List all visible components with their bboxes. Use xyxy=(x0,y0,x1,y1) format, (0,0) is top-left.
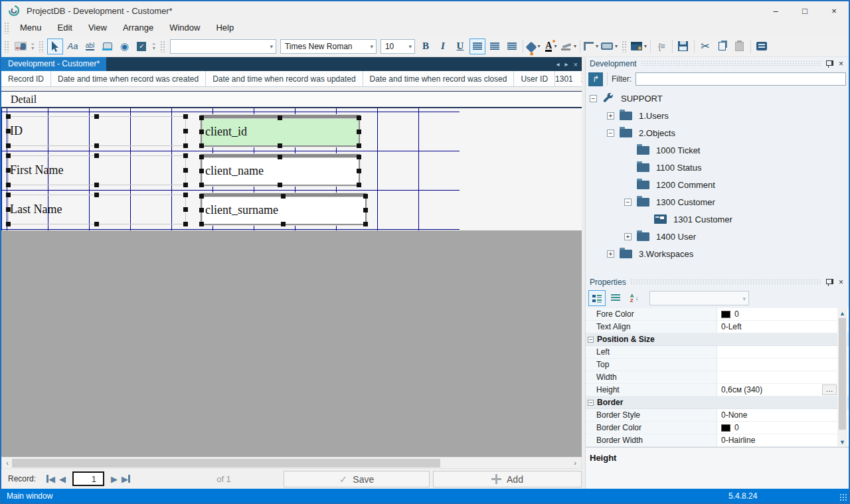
menu-item-help[interactable]: Help xyxy=(208,20,242,36)
tab-scroll-right-icon[interactable]: ▸ xyxy=(565,60,568,68)
cut-button[interactable]: ✂ xyxy=(697,39,713,54)
scroll-left-icon[interactable]: ‹ xyxy=(2,458,13,468)
object-selector-combobox[interactable]: ▾ xyxy=(649,291,749,305)
selection-handle[interactable] xyxy=(183,129,188,133)
form-designer[interactable]: Detail ID client_id First Name client_na… xyxy=(1,87,582,457)
selection-handle[interactable] xyxy=(199,208,204,212)
horizontal-scrollbar-thumb[interactable] xyxy=(12,459,440,467)
selection-handle[interactable] xyxy=(199,143,204,148)
selection-handle[interactable] xyxy=(183,183,188,187)
tab-development-customer[interactable]: Development - Customer* xyxy=(1,57,106,71)
align-left-button[interactable] xyxy=(469,39,485,54)
selection-handle[interactable] xyxy=(357,183,361,187)
selection-handle[interactable] xyxy=(6,168,11,173)
property-row-left[interactable]: Left xyxy=(586,346,849,359)
textbox-tool-button[interactable]: abl xyxy=(82,39,98,54)
tree-item-1400-user[interactable]: + 1400 User xyxy=(586,228,849,245)
selection-handle[interactable] xyxy=(183,153,188,158)
menu-drag-grip[interactable] xyxy=(4,22,9,34)
tab-close-icon[interactable]: × xyxy=(574,60,578,68)
property-row-height[interactable]: Height 0,6см (340) … xyxy=(586,384,849,396)
save-button[interactable] xyxy=(675,39,691,54)
selection-handle[interactable] xyxy=(6,222,11,226)
selection-handle[interactable] xyxy=(199,194,204,199)
selection-handle[interactable] xyxy=(199,222,204,226)
last-record-button[interactable]: ▶ xyxy=(122,474,130,484)
label-tool-button[interactable]: Aa xyxy=(64,39,80,54)
selection-handle[interactable] xyxy=(94,222,99,226)
menu-item-arrange[interactable]: Arrange xyxy=(115,20,161,36)
selection-handle[interactable] xyxy=(6,183,11,187)
menu-item-view[interactable]: View xyxy=(80,20,115,36)
property-row-fore-color[interactable]: Fore Color 0 xyxy=(586,308,849,321)
selection-handle[interactable] xyxy=(183,222,188,226)
property-row-top[interactable]: Top xyxy=(586,359,849,371)
panel-close-icon[interactable]: × xyxy=(839,278,843,287)
header-cell-updated[interactable]: Date and time when record was updated xyxy=(206,71,363,86)
selection-handle[interactable] xyxy=(199,129,204,134)
previous-record-button[interactable]: ◀ xyxy=(59,474,66,484)
selection-handle[interactable] xyxy=(278,155,282,159)
selection-handle[interactable] xyxy=(357,155,361,159)
panel-close-icon[interactable]: × xyxy=(839,59,843,68)
button-tool-button[interactable] xyxy=(99,39,115,54)
categorized-view-button[interactable] xyxy=(588,290,606,306)
add-record-button[interactable]: Add xyxy=(433,471,582,487)
tree-item-1000-ticket[interactable]: 1000 Ticket xyxy=(586,141,849,159)
selection-handle[interactable] xyxy=(6,143,11,148)
selection-handle[interactable] xyxy=(6,153,11,158)
insert-image-button[interactable] xyxy=(13,39,29,54)
next-record-button[interactable]: ▶ xyxy=(111,474,118,484)
selection-handle[interactable] xyxy=(183,114,188,119)
property-row-border-color[interactable]: Border Color 0 xyxy=(586,422,849,434)
checkbox-tool-button[interactable]: ✓ xyxy=(133,39,149,54)
expand-icon[interactable]: + xyxy=(607,112,614,120)
select-tool-button[interactable] xyxy=(47,39,63,54)
selection-handle[interactable] xyxy=(6,207,11,212)
tree-item-1300-customer[interactable]: − 1300 Customer xyxy=(586,193,849,210)
selection-handle[interactable] xyxy=(357,129,361,134)
selection-handle[interactable] xyxy=(363,222,368,226)
first-record-button[interactable]: ◀ xyxy=(46,474,55,484)
copy-button[interactable] xyxy=(715,39,730,54)
selection-handle[interactable] xyxy=(199,116,204,120)
pin-icon[interactable] xyxy=(825,278,832,286)
scroll-down-icon[interactable]: ▼ xyxy=(837,437,847,447)
selection-handle[interactable] xyxy=(357,169,361,173)
border-style-button[interactable]: ▾ xyxy=(583,39,599,54)
align-center-button[interactable] xyxy=(487,39,503,54)
selection-handle[interactable] xyxy=(94,183,99,187)
maximize-button[interactable]: □ xyxy=(790,1,819,20)
header-cell-closed[interactable]: Date and time when record was closed xyxy=(363,71,515,86)
header-cell-created[interactable]: Date and time when record was created xyxy=(51,71,206,86)
italic-button[interactable]: I xyxy=(435,39,451,54)
menu-item-menu[interactable]: Menu xyxy=(12,20,50,36)
toolbar-drag-grip[interactable] xyxy=(4,41,9,52)
selection-handle[interactable] xyxy=(94,153,99,158)
selection-handle[interactable] xyxy=(199,169,204,173)
selection-handle[interactable] xyxy=(199,183,204,187)
highlight-button[interactable]: ▾ xyxy=(560,39,577,54)
selection-handle[interactable] xyxy=(6,129,11,133)
toolbar-drag-grip[interactable] xyxy=(39,41,44,52)
design-surface[interactable]: ID client_id First Name client_name Last… xyxy=(1,108,582,230)
selection-handle[interactable] xyxy=(6,114,11,119)
selection-handle[interactable] xyxy=(278,143,282,148)
collapse-icon[interactable]: − xyxy=(607,129,614,137)
selection-handle[interactable] xyxy=(183,168,188,173)
tree-item-1100-status[interactable]: 1100 Status xyxy=(586,159,849,176)
property-value[interactable] xyxy=(717,371,849,383)
collapse-icon[interactable]: − xyxy=(588,337,594,343)
close-button[interactable]: × xyxy=(819,1,849,20)
align-right-button[interactable] xyxy=(504,39,520,54)
properties-scrollbar[interactable]: ▲ ▼ xyxy=(837,308,847,447)
property-row-text-align[interactable]: Text Align 0-Left xyxy=(586,321,849,333)
paste-button[interactable] xyxy=(732,39,748,54)
selection-handle[interactable] xyxy=(278,116,282,120)
properties-scrollbar-thumb[interactable] xyxy=(839,318,846,430)
field-list-button[interactable]: {≡ xyxy=(653,39,669,54)
save-record-button[interactable]: ✓ Save xyxy=(284,471,430,487)
selection-handle[interactable] xyxy=(6,193,11,197)
selection-handle[interactable] xyxy=(357,116,361,120)
header-cell-user-id[interactable]: User ID xyxy=(514,71,555,86)
